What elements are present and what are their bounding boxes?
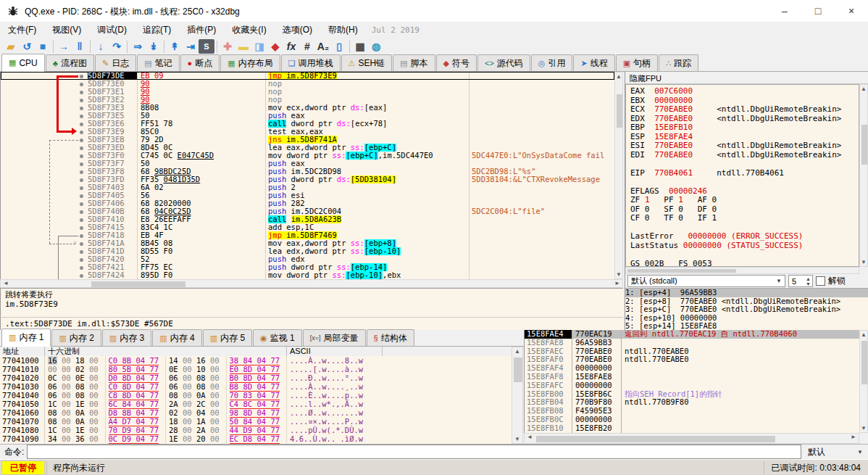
breakpoint-gutter[interactable] [1, 231, 88, 239]
calculator-icon[interactable]: ▦ [352, 39, 368, 54]
tab-call-stack[interactable]: ❏调用堆栈 [281, 54, 341, 71]
tab-watch-1[interactable]: ◉监视 1 [253, 329, 302, 346]
breakpoint-gutter[interactable] [1, 191, 88, 199]
breakpoint-gutter[interactable] [1, 207, 88, 215]
globe-icon[interactable]: ◍ [368, 39, 384, 54]
scroll-down-arrow[interactable]: ▼ [860, 259, 867, 265]
dump-row[interactable]: 770410501C 00 1E 006C 84 04 772A 00 2C 0… [0, 400, 512, 408]
scroll-right-arrow[interactable]: ► [850, 434, 857, 440]
stack-row[interactable]: 15E8FB1015E8FB20 [525, 424, 868, 433]
maximize-button[interactable]: □ [801, 0, 835, 22]
menu-d[interactable]: 调试(D) [89, 22, 135, 38]
tab-dump-5[interactable]: ▥内存 5 [203, 329, 252, 346]
dump-row[interactable]: 7704100016 00 18 00C0 8B 04 7714 00 16 0… [0, 356, 512, 365]
scroll-down-arrow[interactable]: ▼ [615, 271, 622, 278]
stepper-arrows-icon[interactable]: ▲▼ [806, 276, 812, 286]
scroll-thumb[interactable] [627, 269, 736, 273]
breakpoint-gutter[interactable] [1, 271, 88, 279]
close-button[interactable]: × [835, 0, 868, 22]
arg-count-stepper[interactable]: 5 ▲▼ [788, 275, 813, 287]
scroll-down-arrow[interactable]: ▼ [860, 425, 867, 431]
labels-icon[interactable]: ◨ [251, 39, 267, 54]
register-line[interactable]: GS 002B FS 0053 [630, 260, 859, 268]
menu-v[interactable]: 视图(V) [44, 22, 89, 38]
stack-row[interactable]: 15E8FB0C00000000 [525, 416, 868, 424]
tab-dump-2[interactable]: ▥内存 2 [51, 329, 101, 346]
tab-script[interactable]: ▤脚本 [393, 54, 435, 71]
bookmarks-icon[interactable]: ◆ [267, 39, 283, 54]
scroll-thumb[interactable] [617, 94, 622, 128]
stack-row[interactable]: 15E8FAF815E8FAE8 [525, 373, 868, 381]
tab-log[interactable]: ✎日志 [95, 54, 136, 71]
dump-vscrollbar[interactable]: ▲ ▼ [512, 347, 523, 444]
step-out-icon[interactable]: ↟ [167, 39, 183, 54]
run-icon[interactable]: → [56, 39, 72, 54]
tab-source[interactable]: <>源代码 [477, 54, 530, 71]
dump-row[interactable]: 7704101000 00 02 0080 5B 04 770E 00 10 0… [0, 365, 512, 373]
stack-row[interactable]: 15E8FAFC00000000 [525, 381, 868, 390]
command-mode-select[interactable]: 默认 ▼ [804, 446, 867, 458]
register-list[interactable]: EAX 007C6000EBX 00000000ECX 770EABE0 <nt… [625, 84, 859, 267]
breakpoint-gutter[interactable] [1, 128, 88, 136]
scroll-up-arrow[interactable]: ▲ [512, 348, 522, 355]
breakpoint-gutter[interactable] [1, 199, 88, 207]
stack-row[interactable]: 15E8FAE896A59BB3 [525, 339, 868, 347]
breakpoint-gutter[interactable] [1, 215, 88, 223]
open-file-icon[interactable]: ▰ [3, 39, 19, 54]
hide-fpu-button[interactable]: 隐藏FPU [625, 72, 868, 84]
breakpoint-gutter[interactable] [1, 96, 88, 104]
breakpoint-gutter[interactable] [1, 144, 88, 152]
step-into-icon[interactable]: ↓ [93, 39, 109, 54]
execute-till-return-icon[interactable]: ↡ [146, 39, 162, 54]
breakpoint-gutter[interactable] [1, 72, 88, 80]
tab-references[interactable]: ◎引用 [531, 54, 573, 71]
tab-symbols[interactable]: ◆符号 [436, 54, 477, 71]
string-case-icon[interactable]: A₂ [315, 39, 331, 54]
breakpoint-gutter[interactable] [1, 183, 88, 191]
minimize-button[interactable]: – [768, 0, 801, 22]
disasm-row[interactable]: 5D8F7424895D F0mov dword ptr ss:[ebp-10]… [1, 271, 614, 279]
dump-row[interactable]: 7704107008 00 0A 00A4 D7 04 7718 00 1A 0… [0, 417, 512, 426]
close-process-icon[interactable]: ■ [35, 39, 51, 54]
step-over-icon[interactable]: ↷ [109, 39, 125, 54]
breakpoint-gutter[interactable] [1, 247, 88, 255]
tab-dump-3[interactable]: ▥内存 3 [102, 329, 151, 346]
device-icon[interactable]: ▯ [331, 39, 347, 54]
dump-row[interactable]: 7704109034 00 36 000C D9 04 771E 00 20 0… [0, 434, 512, 443]
command-input[interactable] [27, 445, 801, 459]
disassembly-vscrollbar[interactable]: ▲ ▼ [614, 72, 623, 279]
breakpoint-gutter[interactable] [1, 152, 88, 160]
scroll-thumb[interactable] [91, 281, 185, 287]
menu-f[interactable]: 文件(F) [0, 22, 44, 38]
menu-t[interactable]: 追踪(T) [135, 22, 179, 38]
breakpoint-gutter[interactable] [1, 88, 88, 96]
disassembly-hscrollbar[interactable]: ◄ ► [0, 279, 623, 288]
argument-row[interactable]: 1: [esp+4] 96A59BB3 [625, 289, 868, 297]
stack-vscrollbar[interactable]: ▲ ▼ [859, 330, 868, 433]
menu-i[interactable]: 收藏夹(I) [224, 22, 274, 38]
register-line[interactable]: EDI 770EABE0 <ntdll.DbgUiRemoteBreakin> [630, 151, 859, 160]
dump-row[interactable]: 7704104006 00 08 00C8 8D 04 7708 00 0A 0… [0, 391, 512, 400]
argument-row[interactable]: 3: [esp+C] 770EABE0 <ntdll.DbgUiRemoteBr… [625, 305, 868, 314]
dump-row[interactable]: 7704106008 00 0A 00D8 8B 04 7702 00 04 0… [0, 408, 512, 417]
breakpoint-gutter[interactable] [1, 160, 88, 168]
dump-row[interactable]: 7704103006 00 08 00C0 8D 04 7706 00 08 0… [0, 382, 512, 391]
scroll-left-arrow[interactable]: ◄ [2, 280, 9, 286]
tab-dump-4[interactable]: ▥内存 4 [152, 329, 201, 346]
dump-row[interactable]: 770410801C 00 1E 0070 D9 04 7728 00 2A 0… [0, 426, 512, 434]
comments-icon[interactable]: ▬ [235, 39, 251, 54]
tab-memory-map[interactable]: ▦内存布局 [220, 54, 280, 71]
breakpoint-gutter[interactable] [1, 239, 88, 247]
breakpoint-gutter[interactable] [1, 120, 88, 128]
disassembly-pane[interactable]: 5D8F73DEEB 09jmp im.5D8F73E95D8F73E090no… [0, 72, 614, 279]
scroll-right-arrow[interactable]: ► [614, 280, 621, 286]
tab-seh[interactable]: ⚠SEH链 [341, 54, 393, 71]
run-to-cursor-icon[interactable]: ⇒ [130, 39, 146, 54]
tab-struct[interactable]: §结构体 [367, 329, 414, 346]
tab-notes[interactable]: ▤笔记 [137, 54, 179, 71]
registers-vscrollbar[interactable]: ▲ ▼ [859, 84, 868, 267]
dump-row[interactable]: 770410200C 00 0E 00D0 8D 04 7706 00 08 0… [0, 373, 512, 382]
register-line[interactable]: CF 0 TF 0 IF 1 [630, 214, 859, 223]
breakpoint-gutter[interactable] [1, 263, 88, 271]
tab-threads[interactable]: ➤线程 [573, 54, 614, 71]
